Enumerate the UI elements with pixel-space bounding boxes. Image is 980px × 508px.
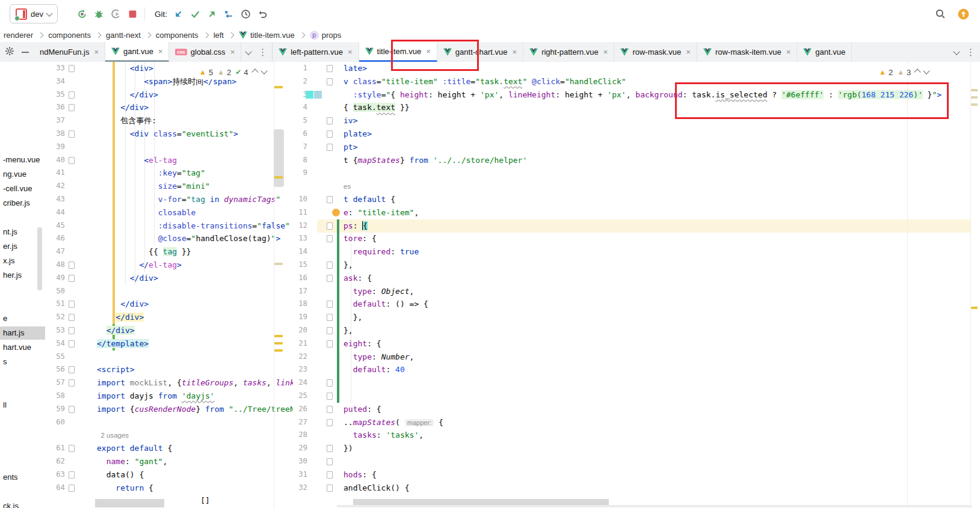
- fold-marker-icon[interactable]: [69, 301, 75, 308]
- code-line[interactable]: 64 return {: [45, 482, 293, 495]
- code-line[interactable]: 62 name: "gant",: [45, 455, 293, 468]
- code-line[interactable]: 2 usages: [45, 429, 293, 442]
- code-line[interactable]: 18 default: () => {: [293, 298, 980, 311]
- code-line[interactable]: 23 default: 40: [293, 363, 980, 376]
- chevron-down-icon[interactable]: [953, 48, 960, 55]
- code-line[interactable]: 28 tasks: 'tasks',: [293, 429, 980, 442]
- code-line[interactable]: 45 :disable-transitions="false": [45, 219, 293, 233]
- code-line[interactable]: 22 type: Number,: [293, 350, 980, 364]
- search-icon[interactable]: [932, 5, 949, 22]
- prev-problem-icon[interactable]: [914, 69, 921, 75]
- tab-global-css[interactable]: cssglobal.css×: [169, 42, 241, 62]
- breadcrumb-item[interactable]: renderer: [4, 31, 33, 40]
- prev-problem-icon[interactable]: [251, 69, 258, 75]
- breadcrumb-item[interactable]: title-item.vue: [239, 31, 295, 40]
- fold-marker-icon[interactable]: [69, 157, 75, 164]
- code-line[interactable]: 29}): [293, 442, 980, 455]
- fold-marker-icon[interactable]: [327, 301, 333, 308]
- tree-item[interactable]: hart.js: [0, 326, 46, 340]
- fold-marker-icon[interactable]: [327, 445, 333, 452]
- code-line[interactable]: 49 </div>: [45, 272, 293, 285]
- fold-marker-icon[interactable]: [327, 419, 333, 426]
- fold-marker-icon[interactable]: [69, 314, 75, 321]
- code-line[interactable]: 14 required: true: [293, 245, 980, 259]
- fold-marker-icon[interactable]: [69, 445, 75, 452]
- code-line[interactable]: 10t default {: [293, 193, 980, 206]
- tree-item[interactable]: ents: [0, 471, 46, 484]
- code-line[interactable]: 51 </div>: [45, 298, 293, 311]
- stripe-mark[interactable]: [971, 307, 978, 309]
- code-line[interactable]: 4{ task.text }}: [293, 101, 980, 114]
- code-line[interactable]: 31hods: {: [293, 468, 980, 482]
- code-line[interactable]: 54</template>: [45, 337, 293, 350]
- code-line[interactable]: 35 </div>: [45, 88, 293, 102]
- stripe-mark[interactable]: [274, 263, 283, 265]
- close-icon[interactable]: ×: [426, 47, 431, 56]
- fold-marker-icon[interactable]: [327, 471, 333, 479]
- fold-marker-icon[interactable]: [327, 144, 333, 151]
- run-configuration-widget[interactable]: dev: [10, 4, 58, 23]
- close-icon[interactable]: ×: [230, 47, 235, 57]
- editor-left-gant-vue[interactable]: 33 <div>34 <span>持续时间</span>35 </div>36 …: [45, 62, 293, 508]
- code-line[interactable]: 40 <el-tag: [45, 154, 293, 167]
- breadcrumb-item[interactable]: gantt-next: [106, 31, 141, 40]
- fold-marker-icon[interactable]: [327, 340, 333, 347]
- code-line[interactable]: 6plate>: [293, 127, 980, 141]
- tree-item[interactable]: ck.js: [0, 500, 46, 508]
- fold-marker-icon[interactable]: [327, 235, 333, 242]
- chevron-down-icon[interactable]: [245, 48, 252, 55]
- code-line[interactable]: 27..mapStates( mapper: {: [293, 416, 980, 429]
- fold-marker-icon[interactable]: [327, 379, 333, 387]
- code-line[interactable]: 12ps: {: [293, 219, 980, 233]
- code-line[interactable]: 43 v-for="tag in dynamicTags": [45, 193, 293, 206]
- horizontal-scrollbar[interactable]: [337, 505, 972, 507]
- code-line[interactable]: 24: [293, 376, 980, 390]
- code-line[interactable]: []: [45, 494, 293, 507]
- fold-marker-icon[interactable]: [327, 458, 333, 465]
- tree-item[interactable]: criber.js: [0, 197, 46, 210]
- stripe-mark[interactable]: [971, 103, 978, 106]
- stripe-mark[interactable]: [274, 349, 283, 352]
- stripe-mark[interactable]: [274, 176, 283, 179]
- breadcrumb-item[interactable]: pprops: [310, 31, 342, 40]
- rollback-icon[interactable]: [254, 5, 271, 22]
- code-line[interactable]: 5iv>: [293, 114, 980, 127]
- code-line[interactable]: 60: [45, 416, 293, 429]
- git-commit-icon[interactable]: [186, 5, 203, 22]
- code-line[interactable]: 55: [45, 350, 293, 364]
- git-push-icon[interactable]: [203, 5, 220, 22]
- fold-marker-icon[interactable]: [327, 130, 333, 138]
- intention-bulb-icon[interactable]: [332, 209, 340, 216]
- fold-marker-icon[interactable]: [327, 196, 333, 203]
- code-line[interactable]: 7pt>: [293, 141, 980, 154]
- kebab-menu-icon[interactable]: ⋮: [966, 47, 975, 58]
- error-stripe[interactable]: [970, 62, 979, 508]
- tree-item[interactable]: -menu.vue: [0, 153, 46, 167]
- inspections-widget[interactable]: ▲2▲3: [875, 65, 932, 79]
- stripe-mark[interactable]: [274, 86, 283, 88]
- code-line[interactable]: 8t {mapStates} from '../../store/helper': [293, 154, 980, 167]
- fold-marker-icon[interactable]: [327, 327, 333, 334]
- code-line[interactable]: 58import dayjs from 'dayjs': [45, 390, 293, 403]
- fold-marker-icon[interactable]: [69, 130, 75, 138]
- profile-icon[interactable]: [107, 5, 124, 22]
- code-line[interactable]: 32andleClick() {: [293, 482, 980, 495]
- code-line[interactable]: 53 </div>: [45, 324, 293, 337]
- fold-marker-icon[interactable]: [69, 485, 75, 492]
- tab-gant-vue[interactable]: gant.vue×: [105, 42, 169, 62]
- code-line[interactable]: 39: [45, 141, 293, 154]
- tree-scrollbar[interactable]: [37, 227, 42, 290]
- close-icon[interactable]: ×: [158, 47, 163, 56]
- fold-marker-icon[interactable]: [327, 393, 333, 400]
- tab-gantt-chart-vue[interactable]: gantt-chart.vue×: [437, 42, 523, 62]
- tree-item[interactable]: e: [0, 312, 46, 325]
- code-line[interactable]: 13tore: {: [293, 232, 980, 245]
- tab-title-item-vue[interactable]: title-item.vue×: [359, 42, 437, 62]
- code-line[interactable]: 52 </div>: [45, 311, 293, 324]
- close-icon[interactable]: ×: [348, 47, 353, 57]
- fold-marker-icon[interactable]: [69, 327, 75, 334]
- stripe-mark[interactable]: [274, 342, 283, 344]
- tab-row-mask-item-vue[interactable]: row-mask-item.vue×: [697, 42, 797, 62]
- fold-marker-icon[interactable]: [327, 117, 333, 124]
- stop-icon[interactable]: [124, 5, 141, 22]
